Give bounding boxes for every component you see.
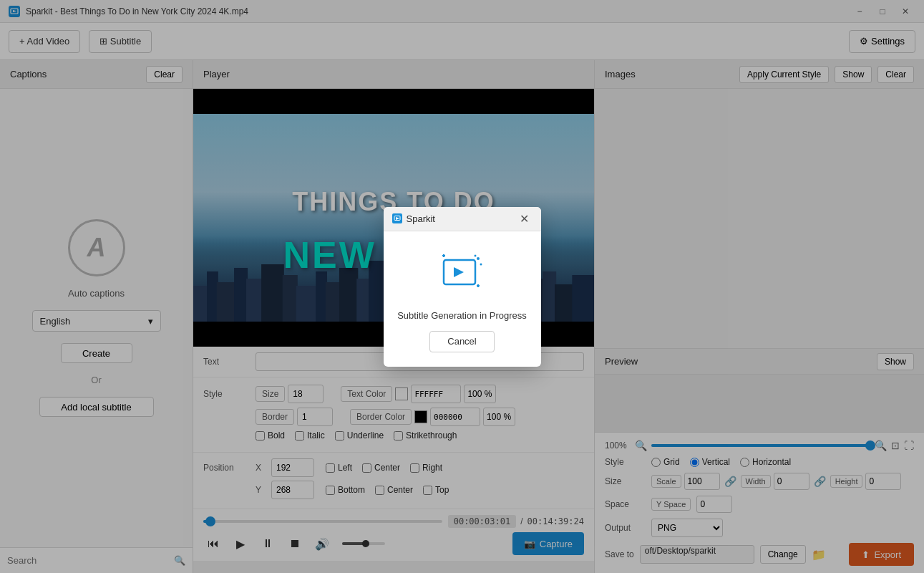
svg-point-35 bbox=[474, 254, 476, 256]
dialog-body: Subtitle Generation in Progress Cancel bbox=[384, 231, 541, 367]
dialog-message: Subtitle Generation in Progress bbox=[397, 310, 527, 321]
svg-marker-32 bbox=[454, 267, 464, 277]
dialog-title: Sparkit bbox=[407, 213, 435, 224]
dialog-cancel-button[interactable]: Cancel bbox=[429, 331, 494, 352]
dialog-overlay: Sparkit ✕ bbox=[0, 0, 924, 573]
dialog-close-button[interactable]: ✕ bbox=[517, 211, 532, 226]
dialog-titlebar: Sparkit ✕ bbox=[384, 207, 541, 231]
svg-point-33 bbox=[477, 257, 480, 260]
subtitle-progress-dialog: Sparkit ✕ bbox=[384, 207, 541, 367]
svg-point-34 bbox=[480, 263, 482, 265]
svg-marker-30 bbox=[396, 217, 399, 220]
dialog-app-icon bbox=[392, 213, 402, 223]
dialog-progress-icon bbox=[437, 249, 488, 300]
dialog-title-group: Sparkit bbox=[392, 213, 435, 224]
